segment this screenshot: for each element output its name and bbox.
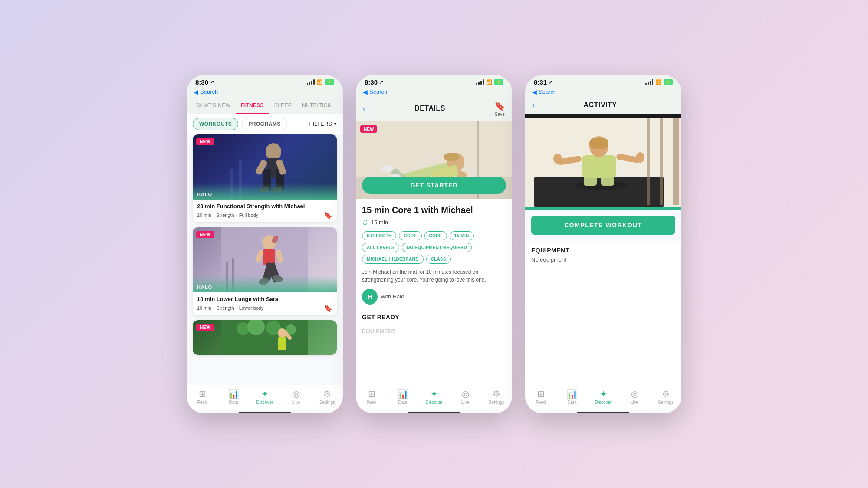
phone-screen-2: 8:30 ↗ 📶 ⚡ ◀ Search ‹ DETAILS 🔖 Save bbox=[356, 75, 512, 413]
card-meta-1: 20 min · Strength · Full body 🔖 bbox=[197, 211, 332, 219]
nav-back-3[interactable]: ◀ Search bbox=[525, 88, 681, 98]
phone-screen-3: 8:31 ↗ 📶 ⚡ ◀ Search ‹ ACTIVITY bbox=[525, 75, 681, 413]
nav-settings-1[interactable]: ⚙ Settings bbox=[312, 389, 343, 405]
status-bar-1: 8:30 ↗ 📶 ⚡ bbox=[187, 75, 343, 88]
nav-discover-3[interactable]: ✦ Discover bbox=[588, 389, 619, 405]
live-icon: ◎ bbox=[293, 389, 300, 399]
nav-data-1[interactable]: 📊 Data bbox=[218, 389, 249, 405]
phone-screen-1: 8:30 ↗ 📶 ⚡ ◀ Search WHAT'S NEW FITNESS S… bbox=[187, 75, 343, 413]
nav-live-1[interactable]: ◎ Live bbox=[280, 389, 312, 405]
location-icon-2: ↗ bbox=[379, 79, 383, 85]
status-time-2: 8:30 ↗ bbox=[365, 79, 383, 86]
activity-hero bbox=[525, 114, 681, 210]
bookmark-save-icon: 🔖 bbox=[494, 101, 505, 111]
battery-icon-3: ⚡ bbox=[664, 79, 673, 85]
svg-rect-48 bbox=[660, 118, 663, 205]
svg-point-2 bbox=[266, 143, 281, 160]
wifi-icon: 📶 bbox=[317, 79, 323, 85]
workout-figure-3 bbox=[193, 320, 337, 355]
card-halo-1: HALO bbox=[193, 183, 337, 200]
svg-point-36 bbox=[444, 153, 459, 161]
nav-live-3[interactable]: ◎ Live bbox=[619, 389, 650, 405]
equipment-section-title: EQUIPMENT bbox=[531, 247, 675, 254]
data-icon: 📊 bbox=[228, 389, 239, 399]
card-meta-text-2: 10 min · Strength · Lower body bbox=[197, 305, 264, 311]
status-time-3: 8:31 ↗ bbox=[534, 79, 552, 86]
signal-icon-3 bbox=[645, 79, 653, 85]
card-image-1: NEW HALO bbox=[193, 134, 337, 200]
bookmark-icon-1[interactable]: 🔖 bbox=[324, 211, 332, 219]
card-bg-3 bbox=[193, 320, 337, 355]
tag-all-levels: ALL LEVELS bbox=[362, 243, 399, 252]
nav-discover-1[interactable]: ✦ Discover bbox=[249, 389, 280, 405]
nav-back-1[interactable]: ◀ Search bbox=[187, 88, 343, 98]
svg-rect-47 bbox=[647, 118, 650, 205]
workout-card-3[interactable]: NEW bbox=[193, 320, 337, 355]
discover-icon-3: ✦ bbox=[600, 389, 607, 399]
feed-icon: ⊞ bbox=[199, 389, 206, 399]
card-image-2: NEW HALO bbox=[193, 227, 337, 292]
nav-data-2[interactable]: 📊 Data bbox=[387, 389, 418, 405]
save-button[interactable]: 🔖 Save bbox=[494, 101, 505, 117]
live-icon-2: ◎ bbox=[462, 389, 469, 399]
tab-nutrition[interactable]: NUTRITION bbox=[297, 98, 337, 114]
chevron-down-icon: ▾ bbox=[334, 121, 337, 127]
workout-card-2[interactable]: NEW HALO 10 min Lower Lunge with Sara 10… bbox=[193, 227, 337, 315]
bookmark-icon-2[interactable]: 🔖 bbox=[324, 304, 332, 312]
equipment-value: No equipment bbox=[531, 256, 675, 263]
card-title-2: 10 min Lower Lunge with Sara bbox=[197, 296, 332, 302]
card-meta-2: 10 min · Strength · Lower body 🔖 bbox=[197, 304, 332, 312]
location-icon: ↗ bbox=[210, 79, 214, 85]
discover-icon-2: ✦ bbox=[431, 389, 438, 399]
battery-icon-2: ⚡ bbox=[494, 79, 503, 85]
svg-rect-53 bbox=[582, 155, 616, 178]
workout-card-1[interactable]: NEW HALO 20 min Functional Strength with… bbox=[193, 134, 337, 222]
workouts-list: NEW HALO 20 min Functional Strength with… bbox=[187, 134, 343, 385]
nav-discover-2[interactable]: ✦ Discover bbox=[418, 389, 450, 405]
activity-title: ACTIVITY bbox=[535, 101, 666, 109]
back-arrow-icon-2: ◀ bbox=[363, 88, 368, 95]
get-ready-heading: GET READY bbox=[362, 314, 506, 321]
complete-workout-button[interactable]: COMPLETE WORKOUT bbox=[531, 216, 675, 235]
data-icon-3: 📊 bbox=[567, 389, 578, 399]
tab-sleep[interactable]: SLEEP bbox=[269, 98, 297, 114]
card-new-badge-2: NEW bbox=[196, 231, 214, 238]
data-icon-2: 📊 bbox=[398, 389, 408, 399]
timer-icon: ⏱ bbox=[362, 219, 368, 226]
nav-settings-2[interactable]: ⚙ Settings bbox=[481, 389, 512, 405]
settings-icon: ⚙ bbox=[323, 389, 331, 399]
tab-whats-new[interactable]: WHAT'S NEW bbox=[191, 98, 236, 114]
nav-back-2[interactable]: ◀ Search bbox=[356, 88, 512, 98]
status-icons-3: 📶 ⚡ bbox=[645, 79, 673, 85]
nav-live-2[interactable]: ◎ Live bbox=[450, 389, 481, 405]
tab-fitness[interactable]: FITNESS bbox=[236, 98, 269, 114]
programs-toggle[interactable]: PROGRAMS bbox=[242, 118, 287, 130]
nav-feed-3[interactable]: ⊞ Feed bbox=[525, 389, 556, 405]
nav-settings-3[interactable]: ⚙ Settings bbox=[650, 389, 681, 405]
workout-duration: ⏱ 15 min bbox=[362, 219, 506, 226]
details-back-chevron[interactable]: ‹ bbox=[363, 104, 365, 113]
nav-feed-1[interactable]: ⊞ Feed bbox=[187, 389, 218, 405]
card-body-1: 20 min Functional Strength with Michael … bbox=[193, 200, 337, 222]
get-started-button[interactable]: GET STARTED bbox=[362, 177, 506, 194]
nav-data-3[interactable]: 📊 Data bbox=[556, 389, 588, 405]
home-indicator-2 bbox=[408, 412, 460, 413]
activity-video-top-bar bbox=[525, 114, 681, 118]
svg-rect-55 bbox=[589, 138, 608, 149]
workout-description: Join Michael on the mat for 10 minutes f… bbox=[362, 268, 506, 284]
signal-icon-2 bbox=[476, 79, 484, 85]
activity-header: ‹ ACTIVITY bbox=[525, 98, 681, 114]
home-indicator-1 bbox=[239, 412, 291, 413]
card-new-badge-1: NEW bbox=[196, 138, 214, 145]
details-header: ‹ DETAILS 🔖 Save bbox=[356, 98, 512, 121]
halo-row: H with Halo bbox=[362, 289, 506, 305]
status-bar-2: 8:30 ↗ 📶 ⚡ bbox=[356, 75, 512, 88]
status-icons-1: 📶 ⚡ bbox=[307, 79, 334, 85]
tag-core-1: CORE bbox=[399, 231, 421, 240]
wifi-icon-3: 📶 bbox=[655, 79, 661, 85]
nav-feed-2[interactable]: ⊞ Feed bbox=[356, 389, 387, 405]
workouts-toggle[interactable]: WORKOUTS bbox=[193, 118, 238, 130]
wifi-icon-2: 📶 bbox=[486, 79, 492, 85]
activity-hero-figure bbox=[525, 114, 681, 210]
filters-button[interactable]: FILTERS ▾ bbox=[309, 121, 337, 127]
